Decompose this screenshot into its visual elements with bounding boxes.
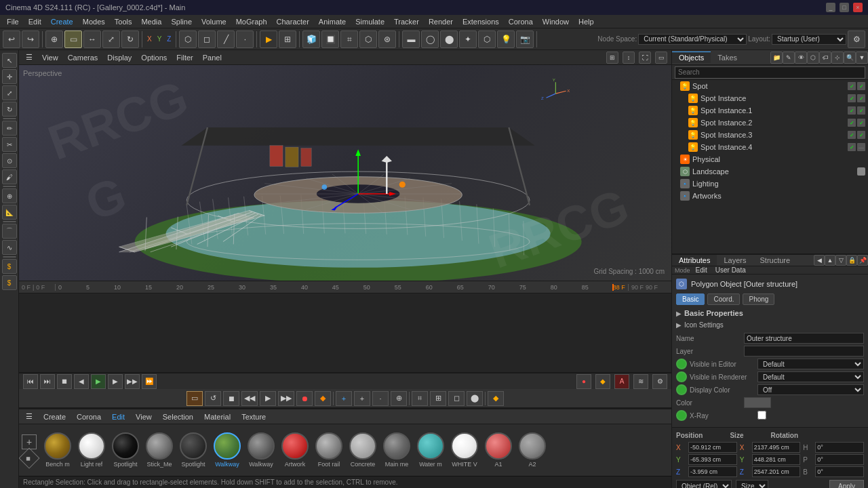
- coord-x-pos[interactable]: [688, 442, 737, 453]
- play-button[interactable]: ▶: [91, 374, 106, 389]
- mat-a1[interactable]: A1: [483, 432, 514, 468]
- bt-add[interactable]: +: [336, 391, 352, 406]
- mat-view[interactable]: View: [133, 413, 155, 421]
- scale-button[interactable]: ⤢: [102, 30, 120, 48]
- obj-tb-object[interactable]: ⬡: [807, 52, 819, 64]
- mat-menu-icon[interactable]: ☰: [23, 412, 35, 421]
- model-mode[interactable]: 🧊: [302, 30, 320, 48]
- lt-translate[interactable]: ✛: [2, 69, 17, 84]
- vt-options[interactable]: Options: [138, 54, 170, 62]
- obj-tb-tags[interactable]: 🏷: [819, 52, 831, 64]
- objects-search-input[interactable]: [675, 66, 865, 79]
- obj-si-vis-r[interactable]: ✓: [857, 94, 865, 102]
- mat-texture[interactable]: Texture: [239, 413, 269, 421]
- render-button[interactable]: ▶: [260, 30, 277, 48]
- coord-y-pos[interactable]: [688, 454, 737, 465]
- coord-z-size[interactable]: [752, 466, 801, 477]
- name-input[interactable]: [744, 333, 864, 344]
- lt-dollar[interactable]: $: [2, 259, 17, 274]
- vt-icon-4[interactable]: ▭: [655, 52, 667, 64]
- floor-button[interactable]: ▬: [402, 30, 420, 48]
- coord-z-pos[interactable]: [688, 466, 737, 477]
- mat-a2[interactable]: A2: [517, 432, 548, 468]
- mat-stickme[interactable]: Stick_Me: [144, 432, 175, 468]
- bt-wireframe[interactable]: ◻: [448, 391, 465, 406]
- bt-record[interactable]: ⏺: [296, 391, 313, 406]
- bt-plus2[interactable]: +: [354, 391, 370, 406]
- obj-si-vis-e[interactable]: ✓: [848, 94, 856, 102]
- coord-h-rot[interactable]: [815, 442, 864, 453]
- vt-icon-1[interactable]: ⊞: [606, 52, 618, 64]
- mat-mainme[interactable]: Main me: [381, 432, 412, 468]
- basic-properties-header[interactable]: ▶ Basic Properties: [676, 309, 864, 317]
- obj-si4-vr[interactable]: —: [857, 143, 865, 151]
- texture-mode[interactable]: 🔲: [321, 30, 339, 48]
- motion-clip-button[interactable]: ≋: [633, 374, 648, 389]
- menu-modes[interactable]: Modes: [79, 16, 109, 27]
- mat-waterm[interactable]: Water m: [415, 432, 446, 468]
- vis-editor-dropdown[interactable]: Default: [757, 359, 864, 369]
- apply-button[interactable]: Apply: [829, 480, 864, 488]
- menu-mograph[interactable]: MoGraph: [232, 16, 271, 27]
- vis-renderer-dropdown[interactable]: Default: [757, 371, 864, 382]
- mat-lightref[interactable]: Light ref: [76, 432, 107, 468]
- menu-window[interactable]: Window: [538, 16, 573, 27]
- lt-rotate[interactable]: ↻: [2, 102, 17, 117]
- menu-volume[interactable]: Volume: [197, 16, 231, 27]
- bt-loop[interactable]: ↺: [205, 391, 221, 406]
- rectangle-selection-button[interactable]: ▭: [64, 30, 82, 48]
- lt-scale[interactable]: ⤢: [2, 85, 17, 100]
- layout-dropdown[interactable]: Startup (User): [772, 34, 846, 45]
- coords-object-dropdown[interactable]: Object (Rel): [676, 480, 732, 488]
- tab-structure[interactable]: Structure: [753, 255, 797, 266]
- obj-tb-bookmarks[interactable]: ⊹: [831, 52, 844, 64]
- attrs-user-data[interactable]: User Data: [713, 266, 749, 274]
- menu-help[interactable]: Help: [574, 16, 598, 27]
- live-selection-button[interactable]: ⊕: [45, 30, 63, 48]
- lt-snap[interactable]: ⊕: [2, 188, 17, 203]
- move-button[interactable]: ↔: [83, 30, 101, 48]
- vis-editor-dot[interactable]: [676, 359, 687, 369]
- obj-si2-vr[interactable]: ✓: [857, 119, 865, 127]
- mat-corona[interactable]: Corona: [74, 413, 104, 421]
- sculpt-mode[interactable]: ⌗: [340, 30, 358, 48]
- bt-rect-sel[interactable]: ▭: [186, 391, 203, 406]
- obj-physical[interactable]: ☀ Physical: [672, 153, 868, 165]
- menu-spline[interactable]: Spline: [167, 16, 196, 27]
- bg-button[interactable]: ⬡: [478, 30, 496, 48]
- menu-edit[interactable]: Edit: [24, 16, 45, 27]
- fg-button[interactable]: ✦: [459, 30, 477, 48]
- bt-solid[interactable]: ⬤: [467, 391, 483, 406]
- bt-dot[interactable]: ·: [372, 391, 389, 406]
- mat-concrete[interactable]: Concrete: [347, 432, 378, 468]
- attrs-back[interactable]: ◀: [814, 255, 825, 266]
- attrs-fwd[interactable]: ▲: [825, 255, 835, 266]
- mat-bench[interactable]: Bench m: [42, 432, 73, 468]
- vt-filter[interactable]: Filter: [174, 54, 195, 62]
- obj-lighting[interactable]: 🔹 Lighting: [672, 178, 868, 190]
- menu-extensions[interactable]: Extensions: [458, 16, 503, 27]
- basic-tab-phong[interactable]: Phong: [743, 293, 774, 305]
- menu-corona[interactable]: Corona: [505, 16, 537, 27]
- tab-attributes[interactable]: Attributes: [672, 255, 717, 266]
- tab-objects[interactable]: Objects: [672, 52, 711, 63]
- sky-button[interactable]: ◯: [421, 30, 439, 48]
- settings-button[interactable]: ⚙: [848, 30, 865, 48]
- minimize-button[interactable]: _: [826, 3, 835, 12]
- attrs-edit[interactable]: Edit: [693, 266, 710, 274]
- obj-spot-instance-4[interactable]: 💡 Spot Instance.4 ✓ —: [672, 141, 868, 153]
- close-button[interactable]: ×: [853, 3, 863, 12]
- vt-cameras[interactable]: Cameras: [65, 54, 101, 62]
- mat-material[interactable]: Material: [201, 413, 233, 421]
- icon-settings-row[interactable]: ▶ Icon Settings: [676, 321, 864, 329]
- vt-icon-3[interactable]: ⛶: [639, 52, 651, 64]
- lt-spline-a[interactable]: ⌒: [2, 224, 17, 239]
- attrs-lock[interactable]: 🔒: [846, 255, 857, 266]
- maximize-button[interactable]: □: [840, 3, 849, 12]
- auto-key-button[interactable]: A: [614, 374, 629, 389]
- timeline-config[interactable]: ⚙: [652, 374, 667, 389]
- obj-spot-vis-render[interactable]: ✓: [857, 82, 865, 90]
- obj-landscape[interactable]: ⬡ Landscape: [672, 165, 868, 178]
- menu-character[interactable]: Character: [273, 16, 313, 27]
- point-mode-button[interactable]: ·: [236, 30, 254, 48]
